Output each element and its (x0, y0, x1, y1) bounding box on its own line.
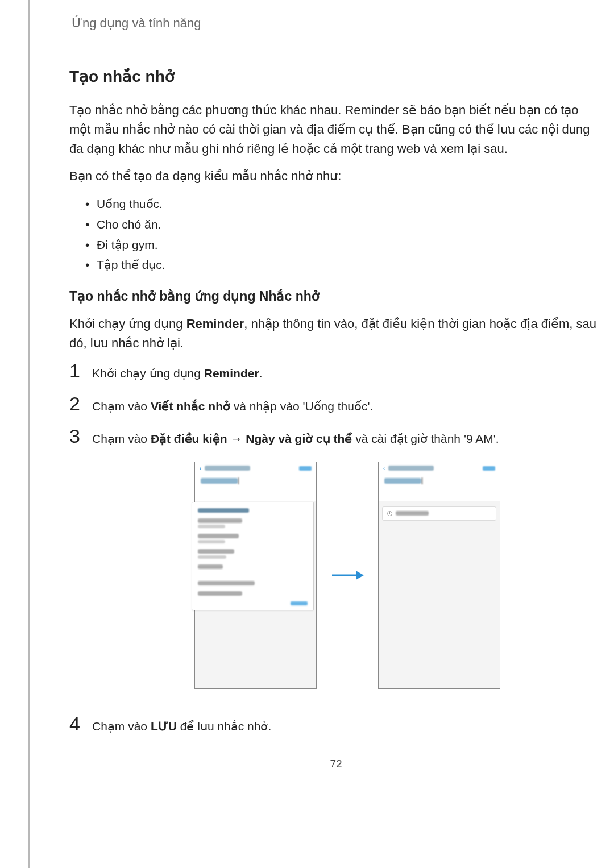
text: Chạm vào (92, 400, 151, 413)
bold: Viết nhắc nhở (151, 400, 230, 413)
intro-paragraph: Tạo nhắc nhở bằng các phương thức khác n… (69, 101, 603, 159)
phone-title-blur (388, 466, 434, 471)
text: Khởi chạy ứng dụng (69, 317, 186, 331)
back-icon: ‹ (200, 466, 201, 471)
step-text: Chạm vào Đặt điều kiện → Ngày và giờ cụ … (92, 427, 499, 448)
arrow-text: → (227, 432, 246, 445)
bullet-item: Đi tập gym. (85, 235, 603, 255)
step-number: 2 (69, 394, 82, 413)
step-number: 3 (69, 426, 82, 446)
arrow-right-icon (330, 567, 364, 584)
step-4: 4 Chạm vào LƯU để lưu nhắc nhở. (69, 714, 603, 736)
bold: Reminder (186, 317, 244, 331)
phone-input-area (379, 475, 500, 501)
phone-input-text-blur (384, 478, 421, 484)
text: để lưu nhắc nhở. (177, 720, 271, 733)
phone-screenshot-right: ‹ (378, 462, 500, 689)
section-title: Tạo nhắc nhở (69, 67, 603, 86)
phone-save-blur (483, 466, 495, 471)
text: . (259, 367, 263, 380)
step-text: Chạm vào Viết nhắc nhở và nhập vào 'Uống… (92, 395, 373, 416)
phone-screenshot-left: ‹ (194, 462, 317, 689)
intro-line-2: Bạn có thể tạo đa dạng kiểu mẫu nhắc nhở… (69, 167, 603, 186)
svg-marker-1 (356, 571, 364, 580)
bold: Đặt điều kiện (151, 432, 227, 445)
phone-input-area (195, 475, 316, 501)
back-icon: ‹ (383, 466, 385, 471)
step-text: Chạm vào LƯU để lưu nhắc nhở. (92, 715, 271, 736)
phone-header: ‹ (379, 462, 500, 475)
text: Chạm vào (92, 432, 151, 445)
text: và cài đặt giờ thành '9 AM'. (352, 432, 499, 445)
bold: Ngày và giờ cụ thể (246, 432, 352, 445)
breadcrumb: Ứng dụng và tính năng (69, 16, 603, 31)
step-1: 1 Khởi chạy ứng dụng Reminder. (69, 361, 603, 383)
phone-header: ‹ (195, 462, 316, 475)
page: Ứng dụng và tính năng Tạo nhắc nhở Tạo n… (28, 0, 614, 868)
clock-icon (387, 511, 392, 516)
phone-body (195, 610, 316, 688)
phone-save-blur (299, 466, 312, 471)
text: và nhập vào 'Uống thuốc'. (230, 400, 373, 413)
phone-title-blur (205, 466, 250, 471)
subsection-intro: Khởi chạy ứng dụng Reminder, nhập thông … (69, 314, 603, 353)
conditions-panel (192, 502, 314, 610)
step-text: Khởi chạy ứng dụng Reminder. (92, 362, 262, 383)
page-number: 72 (69, 758, 603, 770)
bold: LƯU (151, 720, 177, 733)
text: Chạm vào (92, 720, 151, 733)
screenshot-row: ‹ (69, 462, 603, 689)
bold: Reminder (204, 367, 259, 380)
step-number: 4 (69, 714, 82, 733)
bullet-list: Uống thuốc. Cho chó ăn. Đi tập gym. Tập … (69, 194, 603, 275)
step-number: 1 (69, 361, 82, 380)
bullet-item: Cho chó ăn. (85, 214, 603, 235)
time-chip (382, 506, 496, 521)
step-2: 2 Chạm vào Viết nhắc nhở và nhập vào 'Uố… (69, 394, 603, 416)
phone-body (379, 524, 500, 688)
bullet-item: Uống thuốc. (85, 194, 603, 214)
cancel-blur (291, 601, 308, 605)
phone-input-text-blur (201, 478, 238, 484)
subsection-title: Tạo nhắc nhở bằng ứng dụng Nhắc nhở (69, 289, 603, 304)
text: Khởi chạy ứng dụng (92, 367, 204, 380)
bullet-item: Tập thể dục. (85, 255, 603, 275)
step-3: 3 Chạm vào Đặt điều kiện → Ngày và giờ c… (69, 426, 603, 448)
